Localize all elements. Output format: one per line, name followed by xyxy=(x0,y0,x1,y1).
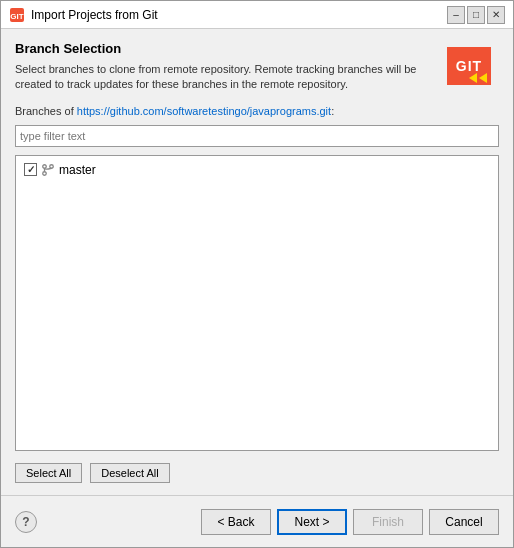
title-bar-left: GIT Import Projects from Git xyxy=(9,7,158,23)
svg-marker-2 xyxy=(469,73,477,83)
header-section: Branch Selection Select branches to clon… xyxy=(15,41,499,93)
help-button[interactable]: ? xyxy=(15,511,37,533)
section-description: Select branches to clone from remote rep… xyxy=(15,62,429,93)
import-projects-dialog: GIT Import Projects from Git – □ ✕ Branc… xyxy=(0,0,514,548)
main-content: Branch Selection Select branches to clon… xyxy=(1,29,513,495)
branch-checkbox-master[interactable]: ✓ xyxy=(24,163,37,176)
git-icon: GIT xyxy=(9,7,25,23)
list-actions: Select All Deselect All xyxy=(15,463,499,483)
svg-marker-3 xyxy=(479,73,487,83)
git-logo-text: GIT xyxy=(456,58,482,74)
svg-point-6 xyxy=(50,165,54,169)
branch-item-master[interactable]: ✓ master xyxy=(20,160,494,180)
minimize-button[interactable]: – xyxy=(447,6,465,24)
branch-name-master: master xyxy=(59,163,96,177)
filter-input[interactable] xyxy=(15,125,499,147)
next-button[interactable]: Next > xyxy=(277,509,347,535)
section-title: Branch Selection xyxy=(15,41,429,56)
branch-git-icon xyxy=(41,163,55,177)
svg-point-5 xyxy=(43,172,47,176)
window-controls: – □ ✕ xyxy=(447,6,505,24)
repo-url: https://github.com/softwaretestingo/java… xyxy=(77,105,331,117)
cancel-button[interactable]: Cancel xyxy=(429,509,499,535)
git-logo-box: GIT xyxy=(447,47,491,85)
svg-text:GIT: GIT xyxy=(10,12,23,21)
finish-button[interactable]: Finish xyxy=(353,509,423,535)
title-bar: GIT Import Projects from Git – □ ✕ xyxy=(1,1,513,29)
select-all-button[interactable]: Select All xyxy=(15,463,82,483)
checkmark-master: ✓ xyxy=(27,164,35,175)
bottom-bar: ? < Back Next > Finish Cancel xyxy=(1,495,513,547)
close-button[interactable]: ✕ xyxy=(487,6,505,24)
maximize-button[interactable]: □ xyxy=(467,6,485,24)
back-button[interactable]: < Back xyxy=(201,509,271,535)
svg-point-4 xyxy=(43,165,47,169)
window-title: Import Projects from Git xyxy=(31,8,158,22)
branches-label: Branches of https://github.com/softwaret… xyxy=(15,105,499,117)
header-text: Branch Selection Select branches to clon… xyxy=(15,41,429,93)
branch-list: ✓ master xyxy=(15,155,499,451)
git-logo: GIT xyxy=(439,41,499,91)
deselect-all-button[interactable]: Deselect All xyxy=(90,463,169,483)
nav-buttons: < Back Next > Finish Cancel xyxy=(201,509,499,535)
